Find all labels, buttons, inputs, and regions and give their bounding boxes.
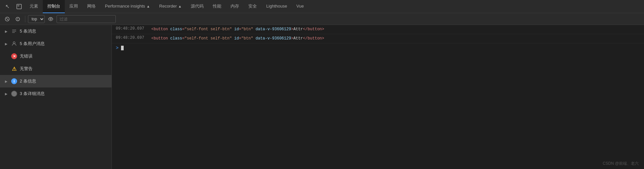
filter-input[interactable] bbox=[57, 15, 116, 23]
info-label: 2 条信息 bbox=[20, 78, 36, 84]
recorder-warning-icon: ▲ bbox=[178, 4, 182, 8]
context-selector[interactable]: top bbox=[28, 15, 45, 23]
timestamp-2: 09:48:20.697 bbox=[116, 36, 149, 40]
user-messages-label: 5 条用户消息 bbox=[20, 41, 45, 47]
sidebar-item-user-messages[interactable]: ▶ 5 条用户消息 bbox=[0, 37, 111, 50]
tab-performance-insights[interactable]: Performance insights ▲ bbox=[100, 0, 155, 13]
svg-point-7 bbox=[50, 18, 51, 20]
console-toolbar: top bbox=[0, 13, 644, 25]
user-icon bbox=[11, 41, 17, 47]
svg-line-3 bbox=[6, 18, 8, 20]
watermark: CSDN @前端、老六 bbox=[603, 161, 639, 166]
console-content-1: <button class="self-font self-btn" id="b… bbox=[151, 26, 640, 32]
warning-icon: ⚠ bbox=[11, 66, 17, 72]
sidebar-item-errors[interactable]: ✕ 无错误 bbox=[0, 50, 111, 62]
svg-point-11 bbox=[13, 42, 15, 44]
errors-arrow-placeholder bbox=[4, 54, 9, 59]
cursor-tool-icon[interactable]: ↖ bbox=[1, 0, 13, 13]
sidebar: ▶ 5 条消息 ▶ 5 条用户消息 ✕ 无错 bbox=[0, 25, 112, 169]
sidebar-item-messages[interactable]: ▶ 5 条消息 bbox=[0, 25, 111, 37]
tab-elements[interactable]: 元素 bbox=[25, 0, 43, 13]
tab-security[interactable]: 安全 bbox=[244, 0, 261, 13]
tab-memory[interactable]: 内存 bbox=[226, 0, 244, 13]
svg-rect-1 bbox=[18, 5, 19, 6]
tab-lighthouse[interactable]: Lighthouse bbox=[261, 0, 292, 13]
debug-icon bbox=[11, 91, 17, 97]
toolbar-divider bbox=[25, 16, 25, 22]
stop-on-exception-button[interactable] bbox=[13, 14, 22, 24]
debug-label: 3 条详细消息 bbox=[20, 91, 45, 97]
info-arrow-icon: ▶ bbox=[4, 79, 9, 84]
console-output: 09:48:20.697 <button class="self-font se… bbox=[112, 25, 644, 169]
clear-console-button[interactable] bbox=[3, 14, 12, 24]
info-icon: i bbox=[11, 78, 17, 84]
sidebar-item-info[interactable]: ▶ i 2 条信息 bbox=[0, 75, 111, 87]
sidebar-item-debug[interactable]: ▶ 3 条详细消息 bbox=[0, 87, 111, 100]
console-line-2: 09:48:20.697 <button class="self-font se… bbox=[112, 34, 644, 43]
svg-rect-0 bbox=[17, 4, 21, 9]
console-line-1: 09:48:20.697 <button class="self-font se… bbox=[112, 25, 644, 34]
user-messages-arrow-icon: ▶ bbox=[4, 41, 9, 46]
messages-arrow-icon: ▶ bbox=[4, 29, 9, 34]
tab-vue[interactable]: Vue bbox=[292, 0, 309, 13]
console-input-area[interactable]: > bbox=[112, 43, 644, 53]
svg-point-6 bbox=[17, 20, 18, 20]
tab-application[interactable]: 应用 bbox=[65, 0, 83, 13]
main-area: ▶ 5 条消息 ▶ 5 条用户消息 ✕ 无错 bbox=[0, 25, 644, 169]
tab-sources[interactable]: 源代码 bbox=[186, 0, 208, 13]
errors-label: 无错误 bbox=[20, 53, 33, 59]
console-cursor bbox=[121, 46, 124, 50]
tab-network[interactable]: 网络 bbox=[83, 0, 100, 13]
inspect-tool-icon[interactable] bbox=[13, 0, 25, 13]
warnings-label: 无警告 bbox=[20, 66, 33, 72]
error-icon: ✕ bbox=[11, 53, 17, 59]
console-content-2: <button class="self-font self-btn" id="b… bbox=[151, 36, 640, 41]
messages-icon bbox=[11, 28, 17, 34]
debug-arrow-icon: ▶ bbox=[4, 91, 9, 96]
tab-bar: ↖ 元素 控制台 应用 网络 Performance insights ▲ Re… bbox=[0, 0, 644, 13]
messages-label: 5 条消息 bbox=[20, 28, 36, 34]
performance-insights-warning-icon: ▲ bbox=[146, 4, 150, 8]
sidebar-item-warnings[interactable]: ⚠ 无警告 bbox=[0, 62, 111, 75]
timestamp-1: 09:48:20.697 bbox=[116, 26, 149, 31]
tab-recorder[interactable]: Recorder ▲ bbox=[155, 0, 186, 13]
tab-performance[interactable]: 性能 bbox=[208, 0, 226, 13]
console-prompt-icon: > bbox=[116, 45, 118, 51]
tab-console[interactable]: 控制台 bbox=[43, 0, 65, 13]
warnings-arrow-placeholder bbox=[4, 66, 9, 71]
eye-button[interactable] bbox=[46, 14, 55, 24]
